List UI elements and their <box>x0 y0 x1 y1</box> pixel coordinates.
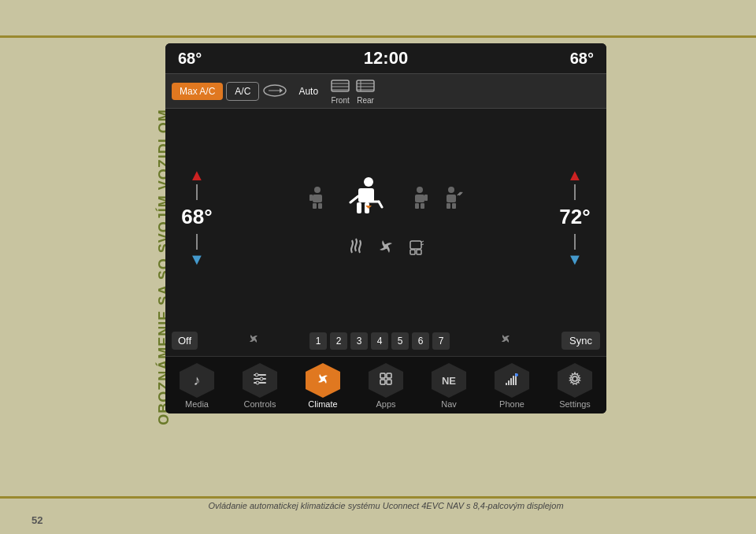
settings-icon <box>567 371 583 391</box>
left-seat-heat-icon[interactable] <box>346 237 365 260</box>
svg-line-19 <box>350 196 358 202</box>
left-temp-column: ▲ 68° ▼ <box>165 109 228 325</box>
rear-vent-icon[interactable]: Rear <box>354 77 376 105</box>
svg-point-61 <box>573 376 577 381</box>
rear-heated-seat-icon[interactable] <box>437 184 465 216</box>
left-temp-up[interactable]: ▲ <box>189 167 205 183</box>
svg-marker-2 <box>280 88 283 93</box>
settings-nav-hex <box>558 363 592 398</box>
phone-icon <box>504 371 520 391</box>
svg-line-21 <box>379 202 382 207</box>
svg-rect-52 <box>387 373 391 378</box>
right-temp-column: ▲ 72° ▼ <box>543 109 606 325</box>
svg-rect-58 <box>513 376 514 385</box>
svg-rect-39 <box>417 250 421 254</box>
svg-rect-31 <box>447 195 456 202</box>
svg-rect-13 <box>313 195 322 202</box>
airflow-icon[interactable] <box>262 83 287 100</box>
svg-rect-38 <box>410 250 415 254</box>
fan-speed-6[interactable]: 6 <box>412 332 429 350</box>
right-temp-line-top <box>574 184 576 200</box>
svg-point-25 <box>417 187 423 193</box>
svg-point-49 <box>256 381 259 384</box>
temp-right[interactable]: 68° <box>570 50 594 68</box>
svg-rect-16 <box>309 195 313 201</box>
fan-speed-4[interactable]: 4 <box>371 332 388 350</box>
gold-line-bottom <box>0 496 756 499</box>
phone-label: Phone <box>499 399 524 409</box>
auto-button[interactable]: Auto <box>291 83 326 100</box>
fan-speed-3[interactable]: 3 <box>350 332 368 350</box>
nav-item-apps[interactable]: Apps <box>362 362 410 410</box>
svg-rect-37 <box>410 241 421 249</box>
svg-rect-14 <box>313 203 317 209</box>
top-bar: 68° 12:00 68° <box>165 43 606 73</box>
nav-item-nav[interactable]: NE Nav <box>425 362 472 410</box>
svg-rect-46 <box>254 382 266 384</box>
temp-left[interactable]: 68° <box>178 50 202 68</box>
apps-nav-hex <box>369 363 403 398</box>
gold-line-top <box>0 35 756 38</box>
left-temp-down[interactable]: ▼ <box>189 251 205 267</box>
right-temp-up[interactable]: ▲ <box>567 167 583 183</box>
controls-icon <box>252 371 268 391</box>
fan-left-icon <box>245 330 262 351</box>
ac-button[interactable]: A/C <box>226 82 259 101</box>
climate-icon <box>314 370 332 391</box>
right-temp-value[interactable]: 72° <box>559 205 590 229</box>
climate-middle-section: ▲ 68° ▼ <box>165 109 606 356</box>
passenger-seat-icon[interactable] <box>402 184 431 216</box>
fan-speed-numbers: 1 2 3 4 5 6 7 <box>309 332 450 350</box>
nav-item-settings[interactable]: Settings <box>551 362 598 410</box>
front-label: Front <box>331 96 349 105</box>
max-ac-button[interactable]: Max A/C <box>172 83 223 100</box>
svg-point-17 <box>364 177 373 187</box>
fan-speed-1[interactable]: 1 <box>309 332 327 350</box>
left-temp-line-bottom <box>196 234 198 250</box>
fan-speed-7[interactable]: 7 <box>432 332 450 350</box>
settings-label: Settings <box>559 399 591 409</box>
nav-icon: NE <box>442 375 456 387</box>
seat-controls-row <box>346 235 425 261</box>
svg-rect-29 <box>424 195 428 201</box>
nav-item-media[interactable]: ♪ Media <box>173 362 220 410</box>
svg-rect-56 <box>508 380 510 385</box>
fan-right-icon <box>497 330 514 351</box>
media-label: Media <box>185 399 209 409</box>
phone-nav-hex <box>495 363 529 398</box>
svg-rect-26 <box>415 195 424 202</box>
fan-off-button[interactable]: Off <box>172 332 198 350</box>
right-seat-heat-icon[interactable] <box>406 237 425 260</box>
apps-icon <box>378 371 394 391</box>
nav-nav-hex: NE <box>432 363 466 398</box>
fan-speed-row: Off 1 2 3 4 <box>165 325 606 356</box>
svg-point-12 <box>314 187 321 193</box>
left-temp-line-top <box>196 184 198 200</box>
sync-button[interactable]: Sync <box>561 332 600 350</box>
nav-item-phone[interactable]: Phone <box>488 362 536 410</box>
driver-seat-icon[interactable] <box>306 184 335 216</box>
bottom-navigation: ♪ Media <box>165 356 606 413</box>
svg-point-47 <box>255 373 258 376</box>
top-seat-row <box>306 172 465 228</box>
nav-item-controls[interactable]: Controls <box>236 362 284 410</box>
fan-speed-2[interactable]: 2 <box>330 332 347 350</box>
controls-label: Controls <box>244 399 276 409</box>
left-temp-value[interactable]: 68° <box>181 205 212 229</box>
svg-rect-51 <box>380 373 385 378</box>
center-fan-icon[interactable] <box>375 235 397 261</box>
nav-item-climate[interactable]: Climate <box>299 362 346 410</box>
svg-point-60 <box>515 373 518 376</box>
right-temp-down[interactable]: ▼ <box>567 251 583 267</box>
infotainment-screen: 68° 12:00 68° Max A/C A/C Auto <box>165 43 606 413</box>
main-occupant-icon <box>341 172 396 228</box>
media-nav-hex: ♪ <box>180 363 214 398</box>
screen-caption: Ovládanie automatickej klimatizácie syst… <box>165 501 606 510</box>
fan-speed-5[interactable]: 5 <box>391 332 409 350</box>
front-vent-icon[interactable]: Front <box>329 77 351 105</box>
svg-rect-15 <box>318 203 322 209</box>
page-background: OBOZNÁMENIE SA SO SVOJÍM VOZIDLOM 68° 12… <box>0 0 756 534</box>
right-temp-line-bottom <box>574 234 576 250</box>
svg-rect-28 <box>421 203 424 209</box>
controls-nav-hex <box>243 363 277 398</box>
